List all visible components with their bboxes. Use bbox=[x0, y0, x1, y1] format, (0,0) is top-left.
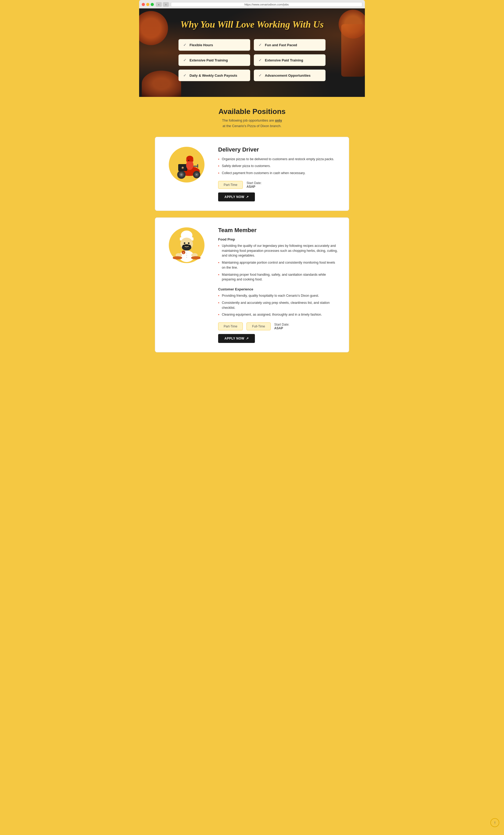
team-member-tags-row: Part-Time Full-Time Start Date: ASAP bbox=[218, 323, 338, 330]
svg-point-30 bbox=[184, 242, 185, 244]
perk-extensive-training-2: ✓ Extensive Paid Training bbox=[254, 54, 326, 66]
svg-point-32 bbox=[179, 250, 194, 262]
svg-text:C: C bbox=[183, 252, 184, 253]
address-bar[interactable]: https://www.cenariodixon.com/jobs bbox=[171, 2, 362, 7]
check-icon: ✓ bbox=[258, 73, 262, 78]
perk-label: Extensive Paid Training bbox=[190, 58, 228, 62]
perk-daily-weekly-cash: ✓ Daily & Weekly Cash Payouts bbox=[178, 69, 250, 81]
perk-extensive-training-1: ✓ Extensive Paid Training bbox=[178, 54, 250, 66]
job-bullet: Organize pizzas to be delivered to custo… bbox=[218, 157, 338, 162]
svg-point-5 bbox=[180, 174, 183, 176]
driver-illustration: 📦 bbox=[166, 146, 208, 183]
perk-fun-fast: ✓ Fun and Fast Paced bbox=[254, 39, 326, 51]
chef-illustration: C bbox=[166, 227, 208, 264]
available-positions-title: Available Positions bbox=[155, 107, 349, 116]
apply-now-team-button[interactable]: APPLY NOW ↗ bbox=[218, 334, 255, 343]
job-bullet: Maintaining proper food handling, safety… bbox=[218, 272, 338, 282]
svg-text:📦: 📦 bbox=[182, 166, 184, 169]
part-time-badge: Part-Time bbox=[218, 181, 243, 189]
arrow-icon: ↗ bbox=[246, 337, 249, 340]
pizza-decoration-bottom-right bbox=[341, 24, 365, 77]
bottom-spacer bbox=[139, 369, 365, 380]
perks-grid: ✓ Flexible Hours ✓ Fun and Fast Paced ✓ … bbox=[178, 39, 326, 81]
svg-point-33 bbox=[186, 252, 187, 253]
available-positions-section: Available Positions The following job op… bbox=[139, 97, 365, 369]
job-bullet: Cleaning equipment, as assigned, thoroug… bbox=[218, 312, 338, 317]
start-date-team: Start Date: ASAP bbox=[274, 323, 289, 330]
start-date-delivery: Start Date: ASAP bbox=[247, 181, 261, 188]
svg-point-34 bbox=[186, 255, 187, 256]
forward-button[interactable]: › bbox=[163, 2, 169, 7]
svg-rect-15 bbox=[186, 160, 193, 162]
check-icon: ✓ bbox=[183, 58, 186, 62]
svg-point-39 bbox=[173, 257, 182, 259]
back-button[interactable]: ‹ bbox=[156, 2, 162, 7]
svg-point-31 bbox=[188, 242, 190, 244]
window-controls bbox=[142, 3, 154, 6]
arrow-icon: ↗ bbox=[246, 195, 249, 199]
hero-title: Why You Will Love Working With Us bbox=[165, 19, 339, 30]
check-icon: ✓ bbox=[258, 43, 262, 47]
browser-chrome: ‹ › https://www.cenariodixon.com/jobs bbox=[139, 0, 365, 8]
perk-label: Flexible Hours bbox=[190, 43, 213, 47]
minimize-dot[interactable] bbox=[146, 3, 149, 6]
perk-label: Daily & Weekly Cash Payouts bbox=[190, 74, 237, 78]
hero-section: Why You Will Love Working With Us ✓ Flex… bbox=[139, 8, 365, 97]
perk-advancement: ✓ Advancement Opportunities bbox=[254, 69, 326, 81]
job-tags-row: Part-Time Start Date: ASAP bbox=[218, 181, 338, 189]
svg-point-41 bbox=[192, 257, 200, 259]
check-icon: ✓ bbox=[183, 43, 186, 47]
job-title-team-member: Team Member bbox=[218, 227, 338, 234]
job-bullet: Upholding the quality of our legendary p… bbox=[218, 243, 338, 258]
svg-point-16 bbox=[188, 160, 189, 161]
part-time-badge-team: Part-Time bbox=[218, 323, 243, 330]
job-card-team-member: C Team Member Food Prep Upholding the qu… bbox=[155, 218, 349, 352]
svg-rect-18 bbox=[197, 164, 198, 168]
job-content-team-member: Team Member Food Prep Upholding the qual… bbox=[218, 227, 338, 343]
food-prep-subtitle: Food Prep bbox=[218, 237, 338, 241]
svg-point-35 bbox=[186, 257, 187, 258]
job-content-delivery-driver: Delivery Driver Organize pizzas to be de… bbox=[218, 146, 338, 201]
pizza-decoration-bottom-left bbox=[142, 70, 181, 97]
perk-label: Fun and Fast Paced bbox=[265, 43, 297, 47]
full-time-badge-team: Full-Time bbox=[247, 323, 271, 330]
check-icon: ✓ bbox=[183, 73, 186, 78]
job-bullet: Maintaining appropriate portion control … bbox=[218, 260, 338, 270]
customer-experience-bullets: Providing friendly, quality hospitality … bbox=[218, 293, 338, 317]
nav-buttons: ‹ › bbox=[156, 2, 169, 7]
close-dot[interactable] bbox=[142, 3, 145, 6]
check-icon: ✓ bbox=[258, 58, 262, 62]
customer-experience-subtitle: Customer Experience bbox=[218, 287, 338, 291]
job-card-delivery-driver: 📦 Delivery Driver Organiz bbox=[155, 137, 349, 211]
svg-point-8 bbox=[196, 174, 197, 176]
job-bullets-delivery-driver: Organize pizzas to be delivered to custo… bbox=[218, 157, 338, 176]
food-prep-bullets: Upholding the quality of our legendary p… bbox=[218, 243, 338, 282]
job-bullet: Providing friendly, quality hospitality … bbox=[218, 293, 338, 298]
maximize-dot[interactable] bbox=[151, 3, 154, 6]
job-bullet: Collect payment from customers in cash w… bbox=[218, 171, 338, 176]
perk-label: Extensive Paid Training bbox=[265, 58, 303, 62]
apply-now-delivery-button[interactable]: APPLY NOW ↗ bbox=[218, 192, 255, 201]
available-positions-subtitle: The following job opportunities are only… bbox=[155, 118, 349, 129]
perk-label: Advancement Opportunities bbox=[265, 74, 311, 78]
perk-flexible-hours: ✓ Flexible Hours bbox=[178, 39, 250, 51]
job-bullet: Consistently and accurately using prep s… bbox=[218, 300, 338, 310]
job-bullet: Safely deliver pizza to customers. bbox=[218, 164, 338, 168]
job-title-delivery-driver: Delivery Driver bbox=[218, 146, 338, 153]
